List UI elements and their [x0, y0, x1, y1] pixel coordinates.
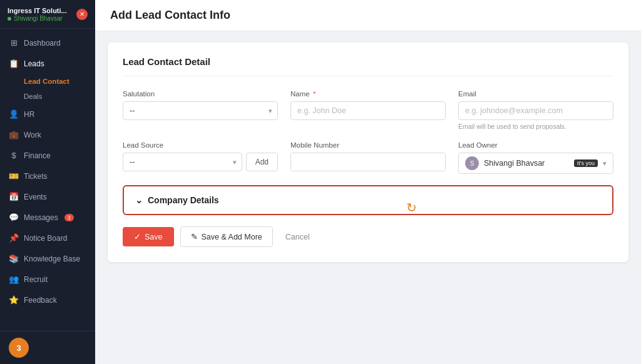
salutation-select[interactable]: -- Mr. Ms. Mrs. Dr. [123, 101, 278, 120]
sidebar-item-label: Knowledge Base [24, 255, 80, 263]
sidebar-item-label: HR [24, 110, 34, 119]
sidebar-item-feedback[interactable]: ⭐ Feedback [0, 290, 95, 310]
name-label: Name * [290, 90, 446, 98]
events-icon: 📅 [9, 192, 19, 201]
recruit-icon: 👥 [9, 275, 19, 284]
sidebar-item-tickets[interactable]: 🎫 Tickets [0, 166, 95, 186]
sidebar-item-recruit[interactable]: 👥 Recruit [0, 269, 95, 290]
email-label: Email [458, 90, 613, 98]
lead-owner-label: Lead Owner [458, 141, 613, 149]
messages-icon: 💬 [9, 213, 19, 222]
main-area: Add Lead Contact Info Lead Contact Detai… [95, 0, 641, 364]
sidebar-item-label: Notice Board [24, 234, 67, 243]
lead-owner-group: Lead Owner S Shivangi Bhavsar It's you ▾ [458, 141, 613, 174]
sidebar-item-label: Work [24, 131, 41, 139]
sidebar-item-finance[interactable]: $ Finance [0, 145, 95, 166]
sidebar-item-work[interactable]: 💼 Work [0, 124, 95, 145]
sidebar-item-notice-board[interactable]: 📌 Notice Board [0, 228, 95, 248]
sidebar-item-label: Dashboard [24, 39, 61, 48]
company-details-title: ⌄ Company Details [135, 195, 601, 205]
form-card-title: Lead Contact Detail [123, 56, 613, 76]
mobile-label: Mobile Number [290, 141, 446, 149]
sidebar-item-label: Messages [24, 213, 58, 222]
sidebar-item-dashboard[interactable]: ⊞ Dashboard [0, 33, 95, 53]
brand-info: Ingress IT Soluti... Shivangi Bhavsar [8, 6, 67, 22]
save-add-icon: ✎ [191, 232, 198, 241]
form-row-1: Salutation -- Mr. Ms. Mrs. Dr. Name [123, 90, 613, 130]
salutation-group: Salutation -- Mr. Ms. Mrs. Dr. [123, 90, 278, 130]
name-required: * [313, 90, 315, 98]
mobile-group: Mobile Number [290, 141, 446, 174]
tickets-icon: 🎫 [9, 171, 19, 181]
leads-icon: 📋 [9, 59, 19, 68]
email-group: Email Email will be used to send proposa… [458, 90, 613, 130]
sidebar-item-lead-contact[interactable]: Lead Contact [0, 74, 95, 89]
lead-owner-select[interactable]: S Shivangi Bhavsar It's you ▾ [458, 153, 613, 174]
lead-source-add-button[interactable]: Add [246, 153, 278, 171]
its-you-badge: It's you [574, 159, 598, 167]
sidebar-item-hr[interactable]: 👤 HR [0, 104, 95, 124]
check-icon: ✓ [134, 232, 141, 241]
email-input[interactable] [458, 101, 613, 120]
page-title: Add Lead Contact Info [110, 9, 626, 22]
sidebar: Ingress IT Soluti... Shivangi Bhavsar ✕ … [0, 0, 95, 364]
sidebar-item-label: Finance [24, 151, 51, 160]
sidebar-bottom: 3 [0, 331, 95, 364]
lead-owner-name: Shivangi Bhavsar [484, 159, 569, 168]
chat-count-bubble[interactable]: 3 [9, 338, 29, 358]
sidebar-item-label: Leads [24, 59, 44, 68]
sidebar-item-events[interactable]: 📅 Events [0, 186, 95, 207]
name-group: Name * [290, 90, 446, 130]
page-header: Add Lead Contact Info [95, 0, 641, 31]
knowledge-base-icon: 📚 [9, 254, 19, 263]
close-button[interactable]: ✕ [76, 9, 88, 20]
brand-header: Ingress IT Soluti... Shivangi Bhavsar ✕ [0, 0, 95, 29]
dashboard-icon: ⊞ [9, 38, 19, 48]
sidebar-item-label: Tickets [24, 172, 48, 181]
form-card: Lead Contact Detail Salutation -- Mr. Ms… [108, 43, 628, 262]
sidebar-item-knowledge-base[interactable]: 📚 Knowledge Base [0, 248, 95, 269]
sidebar-nav: ⊞ Dashboard 📋 Leads Lead Contact Deals 👤… [0, 29, 95, 331]
notice-board-icon: 📌 [9, 233, 19, 243]
form-row-2: Lead Source -- Website Referral Social M… [123, 141, 613, 174]
name-input[interactable] [290, 101, 446, 120]
sidebar-item-leads[interactable]: 📋 Leads [0, 53, 95, 74]
content-area: Lead Contact Detail Salutation -- Mr. Ms… [95, 31, 641, 364]
feedback-icon: ⭐ [9, 295, 19, 305]
sidebar-item-label: Feedback [24, 296, 57, 305]
salutation-select-wrapper: -- Mr. Ms. Mrs. Dr. [123, 101, 278, 120]
action-row: ✓ Save ✎ Save & Add More Cancel [123, 226, 613, 247]
salutation-label: Salutation [123, 90, 278, 98]
mobile-input-group [290, 153, 446, 171]
lead-source-select[interactable]: -- Website Referral Social Media Cold Ca… [123, 153, 242, 171]
chevron-down-icon: ▾ [603, 159, 607, 168]
email-hint: Email will be used to send proposals. [458, 123, 613, 130]
finance-icon: $ [9, 151, 19, 160]
brand-user: Shivangi Bhavsar [8, 15, 67, 22]
work-icon: 💼 [9, 130, 19, 139]
brand-name: Ingress IT Soluti... [8, 6, 67, 15]
company-details-section[interactable]: ⌄ Company Details ↻ [123, 185, 613, 215]
save-add-more-button[interactable]: ✎ Save & Add More [180, 226, 273, 247]
cancel-button[interactable]: Cancel [279, 228, 316, 246]
hr-icon: 👤 [9, 109, 19, 119]
loading-spinner: ↻ [406, 200, 417, 215]
chevron-down-icon: ⌄ [135, 195, 143, 205]
sidebar-item-label: Recruit [24, 275, 48, 284]
lead-source-label: Lead Source [123, 141, 278, 149]
sidebar-item-label: Events [24, 193, 47, 201]
lead-source-group: Lead Source -- Website Referral Social M… [123, 141, 278, 174]
save-button[interactable]: ✓ Save [123, 227, 174, 246]
lead-source-select-wrapper: -- Website Referral Social Media Cold Ca… [123, 153, 242, 171]
messages-badge: 3 [64, 214, 74, 221]
mobile-input[interactable] [291, 153, 445, 171]
sidebar-item-deals[interactable]: Deals [0, 89, 95, 104]
sidebar-item-messages[interactable]: 💬 Messages 3 [0, 207, 95, 228]
lead-owner-avatar: S [465, 156, 479, 170]
